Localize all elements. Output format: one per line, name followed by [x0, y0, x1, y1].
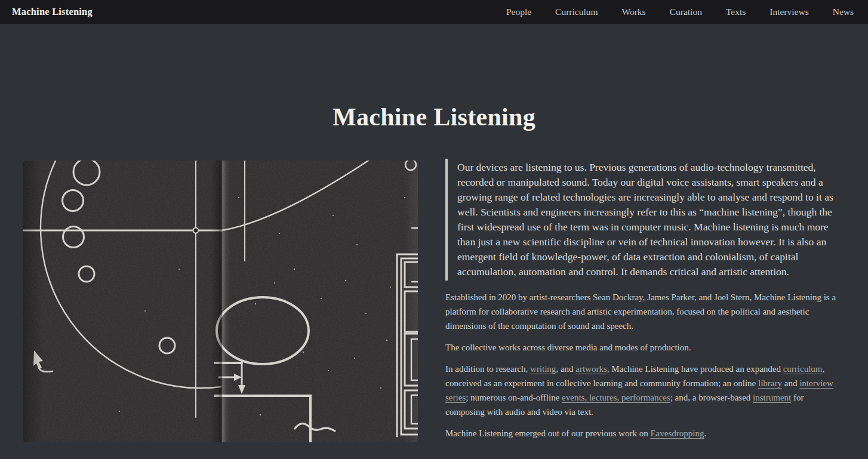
- text-run: ; numerous on-and-offline: [466, 393, 562, 402]
- site-logo[interactable]: Machine Listening: [12, 6, 93, 18]
- blueprint-drawing: [23, 161, 418, 442]
- top-navbar: Machine Listening People Curriculum Work…: [0, 0, 868, 24]
- paragraph-collective: The collective works across diverse medi…: [445, 340, 843, 355]
- inline-link[interactable]: artworks: [575, 364, 607, 374]
- inline-link[interactable]: writing: [530, 364, 556, 374]
- nav-item-news[interactable]: News: [833, 7, 854, 17]
- nav-item-works[interactable]: Works: [622, 7, 646, 17]
- text-run: .: [704, 429, 706, 438]
- paragraph-activities: In addition to research, writing, and ar…: [445, 362, 843, 419]
- inline-link[interactable]: events, lectures, performances: [562, 393, 670, 402]
- inline-link[interactable]: Eavesdropping: [650, 429, 704, 438]
- nav-item-interviews[interactable]: Interviews: [769, 7, 808, 17]
- inline-link[interactable]: curriculum: [783, 364, 823, 374]
- nav-item-people[interactable]: People: [506, 7, 531, 17]
- main-content: Our devices are listening to us. Previou…: [0, 161, 868, 448]
- paragraph-eavesdropping: Machine Listening emerged out of our pre…: [445, 426, 843, 440]
- text-run: , and: [556, 364, 575, 374]
- text-run: Machine Listening emerged out of our pre…: [445, 429, 650, 438]
- inline-link[interactable]: instrument: [753, 393, 791, 402]
- nav-item-curriculum[interactable]: Curriculum: [555, 7, 598, 17]
- text-run: The collective works across diverse medi…: [445, 343, 691, 352]
- main-nav: People Curriculum Works Curation Texts I…: [506, 7, 854, 17]
- text-run: and: [782, 378, 799, 388]
- page-title: Machine Listening: [0, 103, 868, 131]
- paragraph-established: Established in 2020 by artist-researcher…: [445, 290, 843, 333]
- text-run: In addition to research,: [445, 364, 530, 374]
- text-run: Established in 2020 by artist-researcher…: [445, 292, 836, 331]
- text-run: , Machine Listening have produced an exp…: [607, 364, 783, 374]
- nav-item-curation[interactable]: Curation: [670, 7, 702, 17]
- cover-image: [23, 161, 418, 442]
- intro-text-column: Our devices are listening to us. Previou…: [445, 161, 843, 448]
- text-run: ; and, a browser-based: [670, 393, 753, 402]
- lead-quote: Our devices are listening to us. Previou…: [445, 159, 843, 281]
- nav-item-texts[interactable]: Texts: [726, 7, 746, 17]
- inline-link[interactable]: library: [758, 378, 782, 388]
